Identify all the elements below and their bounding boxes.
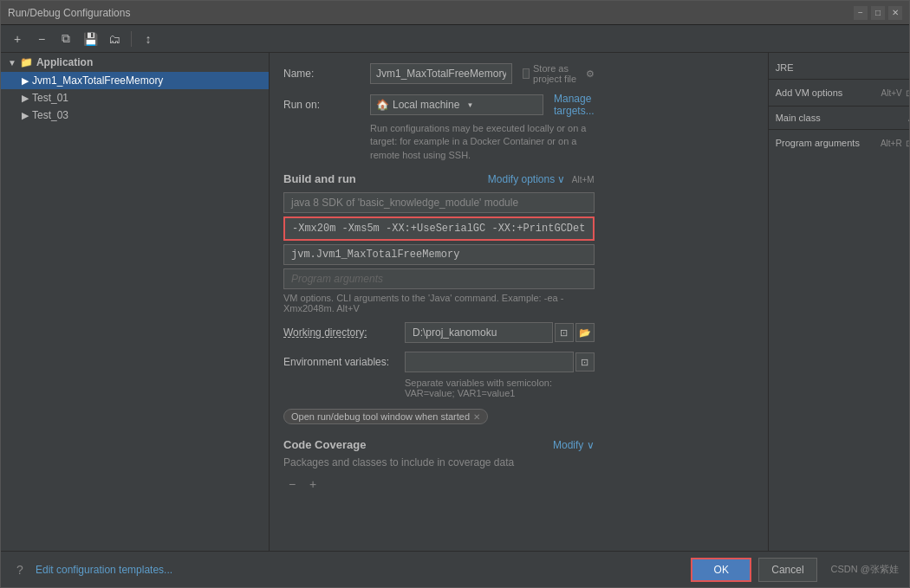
env-vars-row: Environment variables: ⊡ <box>283 352 595 372</box>
vm-options-expand-icon[interactable]: ⊡ <box>902 86 909 100</box>
run-debug-configurations-dialog: Run/Debug Configurations − □ ✕ + − ⧉ 💾 🗂… <box>0 0 910 588</box>
run-on-select[interactable]: 🏠 Local machine ▼ <box>370 94 543 115</box>
sdk-row: java 8 SDK of 'basic_knowledge_module' m… <box>283 192 595 213</box>
jre-action-item[interactable]: JRE Alt+J <box>769 60 909 75</box>
move-config-button[interactable]: 🗂 <box>105 29 124 48</box>
minimize-button[interactable]: − <box>854 6 868 20</box>
tool-window-row: Open run/debug tool window when started … <box>283 409 595 424</box>
cancel-button[interactable]: Cancel <box>758 558 816 582</box>
sidebar-section-application[interactable]: ▼ 📁 Application <box>1 53 269 72</box>
separator-3 <box>769 129 909 130</box>
add-vm-options-label: Add VM options <box>776 87 843 98</box>
sidebar-item-label-test01: Test_01 <box>32 92 68 104</box>
sort-config-button[interactable]: ↕ <box>139 29 158 48</box>
sidebar-item-label-test03: Test_03 <box>32 109 68 121</box>
coverage-add-button[interactable]: + <box>304 475 322 493</box>
env-vars-input[interactable] <box>405 352 574 372</box>
name-label: Name: <box>283 68 370 80</box>
run-on-row: Run on: 🏠 Local machine ▼ Manage targets… <box>283 93 595 117</box>
remove-config-button[interactable]: − <box>32 29 51 48</box>
footer-buttons: OK Cancel CSDN @张紫娃 <box>691 558 899 582</box>
program-args-input[interactable] <box>283 268 595 289</box>
main-class-row <box>283 244 595 265</box>
env-vars-label: Environment variables: <box>283 356 405 368</box>
vm-options-shortcut: Alt+V <box>881 88 902 98</box>
coverage-modify-link[interactable]: Modify ∨ <box>553 439 595 451</box>
sidebar-section-label: Application <box>36 56 93 68</box>
run-on-value: Local machine <box>393 99 459 111</box>
add-vm-options-item[interactable]: Add VM options Alt+V ⊡ ⊞ <box>769 83 909 102</box>
dialog-title: Run/Debug Configurations <box>8 7 130 19</box>
toolbar: + − ⧉ 💾 🗂 ↕ <box>1 25 909 53</box>
main-class-shortcut: Alt+C <box>908 113 909 123</box>
coverage-remove-button[interactable]: − <box>283 475 301 493</box>
program-args-row <box>283 268 595 289</box>
main-class-item[interactable]: Main class Alt+C <box>769 110 909 126</box>
store-checkbox-area: Store as project file ⚙ <box>523 63 595 84</box>
panel-content-area: Name: Store as project file ⚙ Run on: 🏠 … <box>270 53 909 551</box>
sidebar-item-label-jvm1: Jvm1_MaxTotalFreeMemory <box>32 74 163 87</box>
save-config-button[interactable]: 💾 <box>81 29 100 48</box>
working-dir-label: Working directory: <box>283 326 405 339</box>
sidebar: ▼ 📁 Application ▶ Jvm1_MaxTotalFreeMemor… <box>1 53 270 551</box>
file-icon-test03: ▶ <box>22 110 29 121</box>
modify-options-link[interactable]: Modify options ∨ Alt+M <box>488 173 595 185</box>
code-coverage-header: Code Coverage Modify ∨ <box>283 438 595 451</box>
build-run-title: Build and run <box>283 172 356 185</box>
chip-label: Open run/debug tool window when started <box>291 411 470 422</box>
program-args-expand-icon[interactable]: ⊡ <box>902 136 909 150</box>
main-class-label: Main class <box>776 113 821 123</box>
ok-button[interactable]: OK <box>691 558 751 582</box>
maximize-button[interactable]: □ <box>871 6 885 20</box>
jre-label: JRE <box>776 62 794 73</box>
store-label: Store as project file <box>533 63 582 84</box>
env-vars-edit-button[interactable]: ⊡ <box>575 352 595 372</box>
working-dir-browse-button[interactable]: ⊡ <box>555 323 574 342</box>
name-input[interactable] <box>370 63 512 84</box>
sidebar-item-test01[interactable]: ▶ Test_01 <box>1 89 269 107</box>
help-button[interactable]: ? <box>11 561 29 578</box>
run-on-info-text: Run configurations may be executed local… <box>370 122 595 162</box>
working-dir-input[interactable] <box>405 322 553 343</box>
close-button[interactable]: ✕ <box>888 6 902 20</box>
file-icon-test01: ▶ <box>22 93 29 104</box>
program-args-side-label: Program arguments <box>776 138 860 148</box>
open-tool-window-chip: Open run/debug tool window when started … <box>283 409 488 424</box>
main-class-input[interactable] <box>283 244 595 265</box>
name-left: Name: <box>283 63 512 84</box>
sdk-value: java 8 SDK of 'basic_knowledge_module' m… <box>291 197 518 209</box>
file-icon: ▶ <box>22 75 29 87</box>
store-checkbox[interactable] <box>523 68 530 79</box>
footer-left: ? Edit configuration templates... <box>11 561 172 578</box>
chip-close-icon[interactable]: ✕ <box>473 412 480 422</box>
vm-options-input[interactable] <box>283 216 595 241</box>
footer: ? Edit configuration templates... OK Can… <box>1 551 909 587</box>
watermark: CSDN @张紫娃 <box>831 563 899 576</box>
add-config-button[interactable]: + <box>8 29 27 48</box>
edit-templates-link[interactable]: Edit configuration templates... <box>36 564 172 576</box>
title-bar: Run/Debug Configurations − □ ✕ <box>1 1 909 25</box>
program-args-side-item[interactable]: Program arguments Alt+R ⊡ ⊞ <box>769 133 909 152</box>
separator-2 <box>769 106 909 107</box>
sidebar-item-jvm1[interactable]: ▶ Jvm1_MaxTotalFreeMemory <box>1 72 269 89</box>
name-row: Name: Store as project file ⚙ <box>283 63 595 84</box>
working-dir-row: Working directory: ⊡ 📂 <box>283 322 595 343</box>
sidebar-item-test03[interactable]: ▶ Test_03 <box>1 107 269 124</box>
toolbar-separator <box>131 31 132 47</box>
manage-targets-link[interactable]: Manage targets... <box>554 93 595 117</box>
folder-icon: 📁 <box>20 56 33 68</box>
home-icon: 🏠 <box>376 99 389 111</box>
program-args-controls: Alt+R ⊡ ⊞ <box>875 136 909 150</box>
window-controls: − □ ✕ <box>854 6 902 20</box>
separator-1 <box>769 79 909 80</box>
vm-options-row <box>283 216 595 241</box>
modify-shortcut: Alt+M <box>572 175 595 184</box>
code-coverage-title: Code Coverage <box>283 438 366 451</box>
coverage-note: Packages and classes to include in cover… <box>283 456 595 468</box>
vm-options-controls: Alt+V ⊡ ⊞ <box>876 86 910 100</box>
working-dir-folder-button[interactable]: 📂 <box>575 323 595 342</box>
copy-config-button[interactable]: ⧉ <box>56 29 75 48</box>
build-run-header: Build and run Modify options ∨ Alt+M <box>283 172 595 185</box>
env-note: Separate variables with semicolon: VAR=v… <box>405 378 595 398</box>
coverage-buttons: − + <box>283 475 595 493</box>
